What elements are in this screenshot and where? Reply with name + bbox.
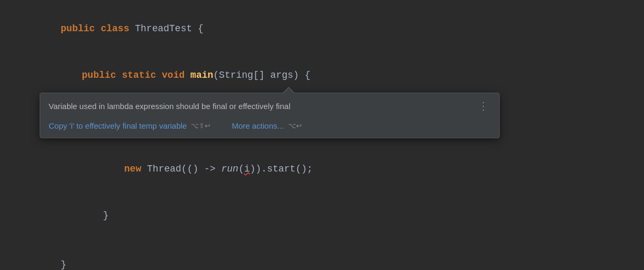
method-main: main	[190, 70, 213, 80]
keyword-static: static	[122, 70, 162, 80]
keyword-new: new	[124, 164, 147, 174]
tooltip-actions: Copy 'i' to effectively final temp varia…	[40, 117, 499, 138]
tooltip-popup: Variable used in lambda expression shoul…	[40, 93, 500, 138]
class-threadtest: ThreadTest {	[135, 23, 204, 34]
var-i-lambda: i	[244, 164, 250, 174]
keyword-public2: public	[82, 70, 122, 80]
action-copy-i[interactable]: Copy 'i' to effectively final temp varia…	[49, 121, 187, 130]
tooltip-header: Variable used in lambda expression shoul…	[40, 93, 499, 117]
keyword-class: class	[100, 23, 135, 34]
tooltip-more-button[interactable]: ⋮	[476, 100, 491, 113]
main-params: (String[] args) {	[213, 70, 310, 80]
code-line-1: public class ThreadTest {	[0, 5, 644, 52]
code-line-5: }	[0, 193, 644, 239]
thread-class: Thread	[147, 164, 181, 174]
keyword-void: void	[162, 70, 190, 80]
code-line-6: }	[0, 241, 644, 270]
keyword-public: public	[61, 23, 101, 34]
tooltip-message: Variable used in lambda expression shoul…	[49, 102, 476, 111]
code-line-4: new Thread(() -> run(i)).start();	[0, 146, 644, 192]
method-run: run	[221, 164, 238, 174]
action-more[interactable]: More actions...	[232, 121, 283, 130]
tooltip-arrow	[283, 88, 294, 93]
action2-shortcut: ⌥↩	[288, 122, 302, 130]
code-line-2: public static void main(String[] args) {	[0, 52, 644, 98]
code-editor: public class ThreadTest { public static …	[0, 0, 644, 270]
action1-shortcut: ⌥⇧↩	[191, 122, 210, 130]
